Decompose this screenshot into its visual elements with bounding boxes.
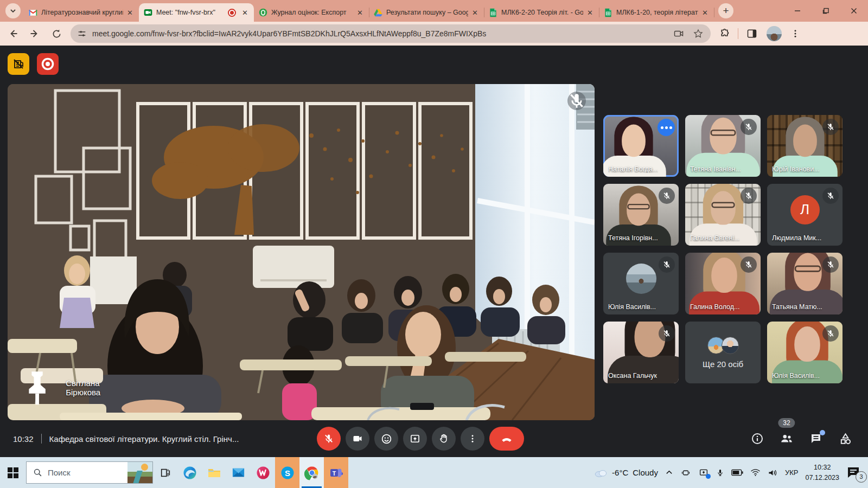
- tile-options-button[interactable]: [658, 119, 675, 136]
- browser-menu-icon[interactable]: [787, 25, 803, 42]
- action-center-button[interactable]: 3: [846, 466, 863, 480]
- tray-battery-icon[interactable]: [731, 469, 743, 476]
- tab-close-button[interactable]: ✕: [700, 8, 710, 17]
- participant-tile[interactable]: Наталія Богда...: [603, 115, 679, 177]
- camera-button[interactable]: [346, 427, 369, 451]
- browser-tab[interactable]: Meet: "fnw-fvsr-brx"✕: [139, 3, 254, 22]
- tray-wifi-icon[interactable]: [750, 468, 761, 477]
- address-bar[interactable]: meet.google.com/fnw-fvsr-brx?fbclid=IwAR…: [71, 24, 711, 43]
- new-tab-button[interactable]: +: [718, 3, 733, 18]
- participants-button[interactable]: 32: [779, 431, 794, 446]
- participant-name: Юлія Василів...: [608, 303, 656, 311]
- participant-tile[interactable]: Юрій Іванови...: [767, 115, 843, 177]
- taskbar-app-teams[interactable]: T: [324, 457, 348, 488]
- forward-button[interactable]: [26, 25, 43, 42]
- taskbar-app-wps-office[interactable]: [251, 457, 275, 488]
- tab-close-button[interactable]: ✕: [585, 8, 595, 17]
- tab-title: Літературознавчий круглий: [41, 9, 123, 16]
- taskbar-app-edge[interactable]: [177, 457, 202, 488]
- participant-tile[interactable]: Юлія Василів...: [767, 322, 843, 383]
- maximize-button[interactable]: [812, 0, 840, 22]
- activities-button[interactable]: [838, 431, 853, 446]
- minimize-button[interactable]: [783, 0, 812, 22]
- tray-volume-icon[interactable]: [768, 468, 778, 477]
- tray-screenshare-icon[interactable]: [698, 468, 709, 478]
- tab-title: Результати пошуку – Googl: [386, 9, 468, 16]
- notification-count-badge: 3: [856, 471, 867, 483]
- extension-overlay-icon[interactable]: [8, 53, 29, 75]
- participant-tile[interactable]: ЛЛюдмила Мик...: [767, 184, 843, 246]
- taskbar-app-skype[interactable]: S: [275, 457, 299, 488]
- mute-button[interactable]: [317, 427, 341, 451]
- participant-name: Татьяна Матю...: [772, 303, 822, 311]
- reload-button[interactable]: [48, 25, 65, 42]
- record-indicator-icon[interactable]: [37, 53, 59, 75]
- participant-tile[interactable]: Оксана Гальчук: [603, 322, 679, 383]
- reactions-button[interactable]: [374, 427, 398, 451]
- leave-call-button[interactable]: [489, 427, 524, 451]
- participant-tile[interactable]: Галина Євгені...: [685, 184, 761, 246]
- taskbar-app-chrome[interactable]: [299, 457, 324, 488]
- more-options-button[interactable]: [461, 427, 484, 451]
- browser-tab[interactable]: МЛК6-1-20, теорія літерату✕: [599, 3, 714, 22]
- camera-permission-icon[interactable]: [672, 27, 686, 41]
- taskbar-search[interactable]: Поиск: [26, 461, 153, 484]
- main-video-tile[interactable]: Світлана Бірюкова: [8, 84, 595, 420]
- mic-off-icon: [822, 256, 839, 273]
- browser-tab[interactable]: МЛК6-2-20 Теорія літ. - Goo✕: [484, 3, 599, 22]
- pin-icon: [15, 362, 59, 414]
- task-view-button[interactable]: [153, 457, 177, 488]
- browser-tab[interactable]: Результати пошуку – Googl✕: [369, 3, 484, 22]
- participant-name: Юлія Василів...: [772, 372, 820, 380]
- extensions-icon[interactable]: [716, 25, 732, 42]
- taskbar-weather[interactable]: -6°C Cloudy: [593, 468, 658, 478]
- bookmark-star-icon[interactable]: [691, 27, 705, 41]
- back-button[interactable]: [4, 25, 22, 42]
- weather-temp: -6°C: [612, 468, 628, 477]
- tab-search-button[interactable]: [5, 3, 21, 18]
- participant-tile[interactable]: Галина Волод...: [685, 253, 761, 314]
- tab-title: МЛК6-2-20 Теорія літ. - Goo: [501, 9, 583, 16]
- tray-camera-icon[interactable]: [680, 468, 691, 478]
- tab-close-button[interactable]: ✕: [125, 8, 135, 17]
- site-settings-icon[interactable]: [77, 29, 87, 38]
- start-button[interactable]: [0, 457, 26, 488]
- meeting-details-button[interactable]: [750, 431, 765, 446]
- language-indicator[interactable]: УКР: [785, 468, 799, 477]
- tray-expand-chevron[interactable]: [665, 468, 673, 477]
- raise-hand-button[interactable]: [432, 427, 456, 451]
- clock-time: 10:32: [805, 463, 839, 472]
- call-controls: [317, 427, 524, 451]
- side-panel-icon[interactable]: [744, 25, 760, 42]
- participant-tile[interactable]: Юлія Василів...: [603, 253, 679, 314]
- participant-tile[interactable]: Тетяна Іванівн...: [685, 115, 761, 177]
- participant-tile[interactable]: Татьяна Матю...: [767, 253, 843, 314]
- tab-close-button[interactable]: ✕: [240, 8, 250, 17]
- clock-date: 07.12.2023: [805, 473, 839, 483]
- tab-close-button[interactable]: ✕: [355, 8, 365, 17]
- tray-mic-icon[interactable]: [716, 467, 724, 478]
- url-text[interactable]: meet.google.com/fnw-fvsr-brx?fbclid=IwAR…: [92, 29, 666, 38]
- tab-close-button[interactable]: ✕: [470, 8, 480, 17]
- taskbar-app-mail[interactable]: [226, 457, 251, 488]
- browser-tab[interactable]: Літературознавчий круглий✕: [24, 3, 139, 22]
- air-conditioner: [253, 246, 334, 288]
- chat-button[interactable]: [808, 431, 824, 446]
- meet-favicon: [143, 8, 152, 17]
- taskbar-app-file-explorer[interactable]: [202, 457, 226, 488]
- browser-toolbar: meet.google.com/fnw-fvsr-brx?fbclid=IwAR…: [0, 22, 868, 46]
- taskbar-clock[interactable]: 10:32 07.12.2023: [805, 463, 839, 482]
- browser-tab[interactable]: Журнал оцінок: Експорт✕: [254, 3, 369, 22]
- mic-off-icon: [741, 188, 757, 204]
- tab-title: Журнал оцінок: Експорт: [271, 9, 353, 16]
- participant-tile[interactable]: Тетяна Ігорівн...: [603, 184, 679, 246]
- profile-avatar[interactable]: [767, 26, 782, 41]
- present-screen-button[interactable]: [403, 427, 427, 451]
- meeting-title: Кафедра світової літератури. Круглий сті…: [49, 434, 239, 444]
- close-window-button[interactable]: [840, 0, 868, 22]
- more-participants-tile[interactable]: Ще 20 осіб: [685, 322, 761, 383]
- mic-off-icon: [741, 256, 757, 273]
- participant-name: Юрій Іванови...: [772, 165, 820, 173]
- pinned-participant-name: Світлана Бірюкова: [66, 378, 101, 397]
- search-highlight-image[interactable]: [127, 462, 152, 483]
